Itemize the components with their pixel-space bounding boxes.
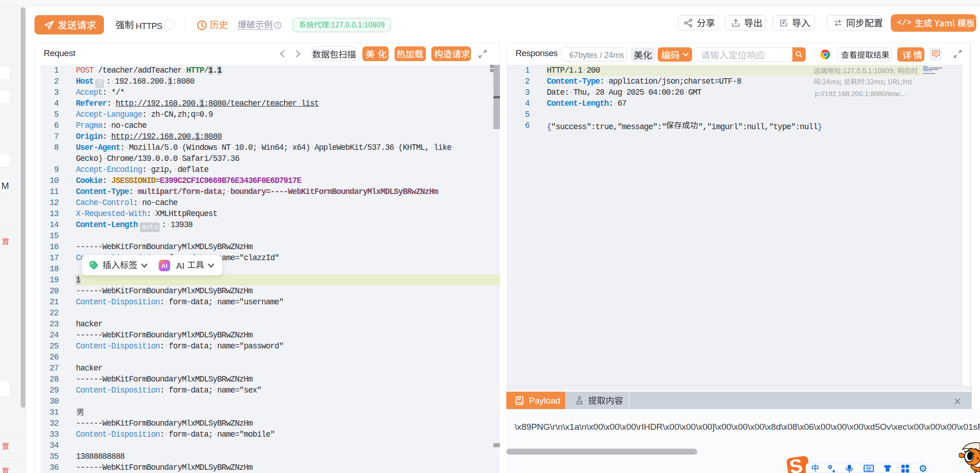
svg-text:?: ?: [276, 23, 279, 28]
svg-text:AI: AI: [161, 262, 167, 269]
